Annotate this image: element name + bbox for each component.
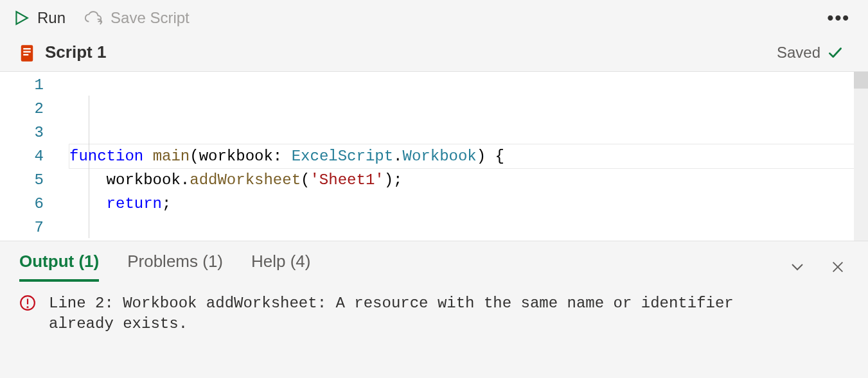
run-button[interactable]: Run xyxy=(13,9,66,27)
cloud-save-icon xyxy=(84,10,103,26)
script-title-bar: Script 1 Saved xyxy=(0,36,868,71)
code-content[interactable]: function main(workbook: ExcelScript.Work… xyxy=(69,72,854,241)
script-file-icon xyxy=(18,44,36,62)
code-editor[interactable]: 1 2 3 4 5 6 7 function main(workbook: Ex… xyxy=(0,71,868,241)
more-options-button[interactable]: ••• xyxy=(828,8,855,28)
indent-guide xyxy=(89,96,89,238)
line-number: 1 xyxy=(0,73,69,97)
script-name: Script 1 xyxy=(45,42,106,62)
line-number: 5 xyxy=(0,168,69,192)
checkmark-icon xyxy=(827,44,844,61)
code-line xyxy=(69,263,854,287)
svg-rect-2 xyxy=(23,47,31,49)
code-line xyxy=(69,216,854,239)
save-status: Saved xyxy=(777,44,850,62)
code-line xyxy=(69,287,854,311)
minimap-thumb[interactable] xyxy=(854,72,868,89)
svg-rect-3 xyxy=(23,51,31,52)
svg-point-9 xyxy=(27,307,28,307)
svg-rect-4 xyxy=(23,54,28,55)
svg-rect-1 xyxy=(21,45,33,61)
code-line: workbook.addWorksheet('Sheet1'); xyxy=(69,168,854,192)
svg-marker-0 xyxy=(16,12,27,24)
code-line xyxy=(69,239,854,263)
save-script-label: Save Script xyxy=(111,9,190,27)
line-number-gutter: 1 2 3 4 5 6 7 xyxy=(0,72,69,241)
line-number: 7 xyxy=(0,216,69,239)
toolbar: Run Save Script ••• xyxy=(0,0,868,36)
line-number: 4 xyxy=(0,144,69,168)
code-line: function main(workbook: ExcelScript.Work… xyxy=(69,144,854,168)
error-icon xyxy=(19,295,36,311)
code-line: return; xyxy=(69,192,854,216)
line-number: 3 xyxy=(0,121,69,144)
save-script-button[interactable]: Save Script xyxy=(84,9,190,27)
line-number: 6 xyxy=(0,192,69,216)
line-number: 2 xyxy=(0,97,69,121)
minimap-scrollbar[interactable] xyxy=(854,72,868,241)
play-icon xyxy=(13,10,30,26)
run-label: Run xyxy=(37,9,66,27)
save-status-text: Saved xyxy=(777,44,820,62)
